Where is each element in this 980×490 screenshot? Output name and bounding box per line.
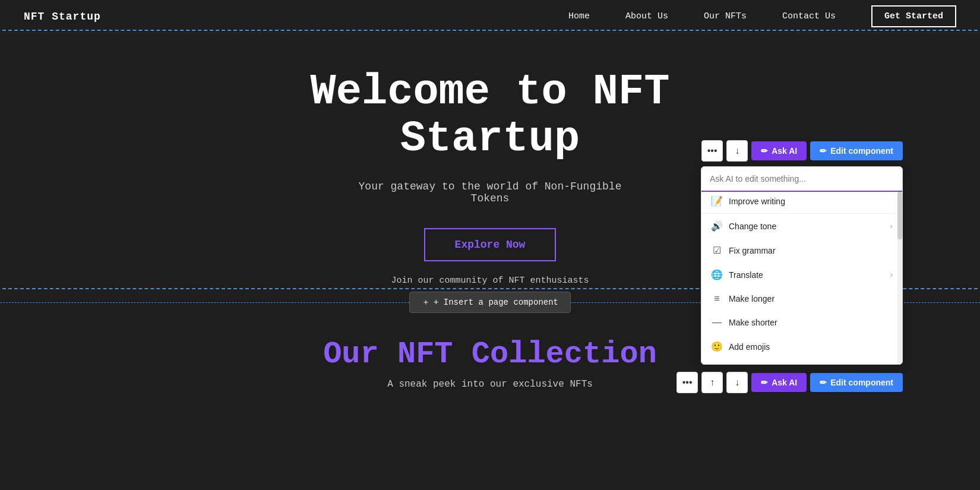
- hero-subtitle: Your gateway to the world of Non-Fungibl…: [359, 181, 622, 204]
- dropdown-scroll-area: 📝 Improve writing 🔊 Change tone › ☑ Fix …: [701, 192, 902, 364]
- translate-icon: 🌐: [711, 269, 723, 280]
- more-options-bottom-button[interactable]: •••: [676, 372, 698, 393]
- nav-contact[interactable]: Contact Us: [782, 11, 836, 21]
- edit-component-bottom-button[interactable]: ✏ Edit component: [810, 373, 903, 392]
- make-shorter-label: Make shorter: [729, 318, 777, 327]
- menu-item-make-longer[interactable]: ≡ Make longer: [701, 287, 902, 311]
- add-emojis-label: Add emojis: [729, 342, 770, 352]
- move-down-button[interactable]: ↓: [726, 140, 748, 162]
- make-longer-label: Make longer: [729, 294, 774, 304]
- menu-item-randomize[interactable]: 🔔 Randomize: [701, 359, 902, 364]
- ai-dropdown-menu: 📝 Improve writing 🔊 Change tone › ☑ Fix …: [701, 166, 903, 365]
- change-tone-chevron: ›: [890, 222, 893, 230]
- improve-writing-label: Improve writing: [729, 197, 785, 206]
- ask-ai-pencil-icon-bottom: ✏: [761, 378, 768, 387]
- nav-about[interactable]: About Us: [625, 11, 668, 21]
- change-tone-label: Change tone: [729, 222, 776, 231]
- hero-caption: Join our community of NFT enthusiasts: [391, 276, 589, 286]
- menu-item-improve-writing[interactable]: 📝 Improve writing: [701, 192, 902, 214]
- translate-label: Translate: [729, 270, 763, 280]
- improve-writing-icon: 📝: [711, 195, 723, 207]
- edit-pencil-icon-bottom: ✏: [820, 378, 827, 387]
- menu-item-change-tone[interactable]: 🔊 Change tone ›: [701, 214, 902, 238]
- collection-subtitle: A sneak peek into our exclusive NFTs: [387, 379, 593, 390]
- add-emojis-icon: 🙂: [711, 341, 723, 352]
- fix-grammar-label: Fix grammar: [729, 246, 776, 255]
- edit-component-button[interactable]: ✏ Edit component: [810, 141, 903, 160]
- ask-ai-button[interactable]: ✏ Ask AI: [751, 141, 807, 160]
- translate-chevron: ›: [890, 271, 893, 279]
- collection-title: Our NFT Collection: [323, 337, 657, 372]
- change-tone-icon: 🔊: [711, 220, 723, 232]
- insert-component-button[interactable]: ＋ + Insert a page component: [409, 292, 571, 313]
- scrollbar-track: [897, 192, 902, 364]
- chevron-up-icon: ↑: [710, 377, 715, 388]
- scrollbar-thumb[interactable]: [897, 192, 902, 239]
- more-icon: •••: [707, 146, 717, 156]
- explore-now-button[interactable]: Explore Now: [424, 228, 557, 261]
- get-started-button[interactable]: Get Started: [871, 5, 956, 27]
- brand-logo: NFT Startup: [24, 11, 101, 23]
- toolbar-bottom-row: ••• ↑ ↓ ✏ Ask AI ✏ Edit component: [676, 372, 903, 393]
- navbar: NFT Startup Home About Us Our NFTs Conta…: [0, 0, 980, 33]
- toolbar-top-row: ••• ↓ ✏ Ask AI ✏ Edit component: [701, 140, 903, 162]
- move-down-bottom-button[interactable]: ↓: [726, 372, 748, 393]
- menu-item-translate[interactable]: 🌐 Translate ›: [701, 263, 902, 287]
- ai-input-field[interactable]: [701, 167, 902, 192]
- more-options-button[interactable]: •••: [701, 140, 723, 162]
- chevron-down-bottom-icon: ↓: [735, 377, 739, 388]
- make-longer-icon: ≡: [711, 293, 723, 304]
- menu-item-fix-grammar[interactable]: ☑ Fix grammar: [701, 238, 902, 263]
- ai-toolbar-overlay: ••• ↓ ✏ Ask AI ✏ Edit component 📝 Improv: [676, 140, 903, 393]
- ask-ai-bottom-button[interactable]: ✏ Ask AI: [751, 373, 807, 392]
- hero-title: Welcome to NFT Startup: [311, 69, 670, 163]
- nav-links: Home About Us Our NFTs Contact Us Get St…: [568, 5, 956, 27]
- more-icon-bottom: •••: [682, 377, 693, 388]
- plus-icon: ＋: [422, 297, 430, 308]
- nav-home[interactable]: Home: [568, 11, 590, 21]
- move-up-button[interactable]: ↑: [701, 372, 723, 393]
- fix-grammar-icon: ☑: [711, 245, 723, 256]
- menu-item-make-shorter[interactable]: — Make shorter: [701, 311, 902, 334]
- edit-pencil-icon: ✏: [820, 146, 827, 156]
- make-shorter-icon: —: [711, 317, 723, 328]
- ask-ai-pencil-icon: ✏: [761, 146, 768, 156]
- menu-item-add-emojis[interactable]: 🙂 Add emojis: [701, 334, 902, 359]
- nav-nfts[interactable]: Our NFTs: [704, 11, 747, 21]
- chevron-down-icon: ↓: [735, 146, 739, 156]
